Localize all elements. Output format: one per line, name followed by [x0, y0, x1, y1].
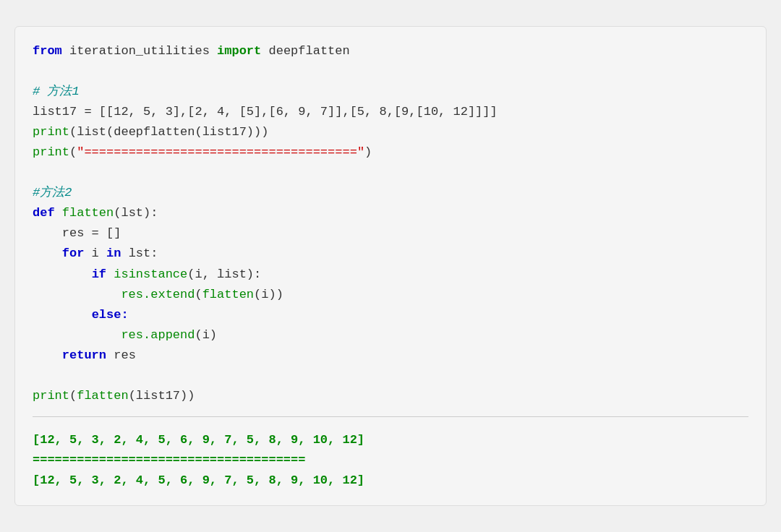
return-res: res	[106, 348, 136, 362]
keyword-return: return	[62, 348, 106, 362]
code-line-print1: print(list(deepflatten(list17)))	[33, 122, 748, 142]
print-paren-close: )	[364, 145, 372, 159]
print-paren-open: (	[69, 145, 77, 159]
comment-1: # 方法1	[33, 85, 80, 98]
code-line-if: if isinstance(i, list):	[33, 265, 748, 285]
empty-line-1	[33, 61, 748, 82]
module-name: iteration_utilities	[62, 44, 217, 58]
code-line-def: def flatten(lst):	[33, 203, 748, 223]
list17-assign: list17 = [[12, 5, 3],[2, 4, [5],[6, 9, 7…	[33, 105, 498, 119]
fn-flatten-call: flatten	[202, 288, 254, 301]
indent-for	[33, 246, 62, 260]
code-line-else: else:	[33, 305, 748, 325]
output-text-3: [12, 5, 3, 2, 4, 5, 6, 9, 7, 5, 8, 9, 10…	[33, 473, 364, 487]
indent-append	[33, 328, 121, 342]
output-line-2: =====================================	[33, 450, 748, 471]
import-name: deepflatten	[261, 44, 349, 58]
code-line-print3: print(flatten(list17))	[33, 386, 748, 406]
output-line-1: [12, 5, 3, 2, 4, 5, 6, 9, 7, 5, 8, 9, 10…	[33, 430, 748, 450]
code-container: from iteration_utilities import deepflat…	[14, 26, 767, 506]
fn-append: res.append	[121, 328, 195, 342]
print-flatten-close: (list17))	[129, 389, 195, 403]
output-text-1: [12, 5, 3, 2, 4, 5, 6, 9, 7, 5, 8, 9, 10…	[33, 433, 364, 447]
output-text-2: =====================================	[33, 453, 305, 467]
keyword-in: in	[106, 246, 121, 260]
fn-flatten-def: flatten	[55, 206, 114, 220]
code-line-return: return res	[33, 346, 748, 366]
keyword-from: from	[33, 44, 62, 58]
print-flatten-args: (	[69, 389, 77, 403]
code-line-list17: list17 = [[12, 5, 3],[2, 4, [5],[6, 9, 7…	[33, 102, 748, 122]
fn-extend: res.extend	[121, 288, 195, 301]
extend-open: (	[195, 288, 202, 301]
keyword-for: for	[62, 246, 85, 260]
indent-extend	[33, 288, 121, 301]
empty-line-3	[33, 366, 748, 386]
fn-print-2: print	[33, 145, 69, 159]
for-lst: lst:	[121, 246, 158, 260]
code-line-extend: res.extend(flatten(i))	[33, 285, 748, 305]
code-line-1: from iteration_utilities import deepflat…	[33, 41, 748, 61]
fn-flatten-call-2: flatten	[77, 389, 128, 403]
code-line-for: for i in lst:	[33, 244, 748, 264]
code-line-print2: print("=================================…	[33, 142, 748, 163]
indent-return	[33, 348, 62, 362]
res-assign: res = []	[33, 226, 121, 240]
print-args-1: (list(deepflatten(list17)))	[69, 125, 268, 139]
keyword-import: import	[217, 44, 261, 58]
keyword-def: def	[33, 206, 55, 220]
code-line-res: res = []	[33, 223, 748, 244]
code-line-append: res.append(i)	[33, 325, 748, 346]
divider	[33, 416, 748, 417]
for-var: i	[84, 246, 106, 260]
string-equals: "====================================="	[77, 145, 364, 159]
keyword-else: else:	[92, 308, 129, 322]
keyword-if: if	[92, 267, 106, 281]
fn-isinstance: isinstance	[106, 267, 187, 281]
extend-args: (i))	[254, 288, 283, 301]
fn-print-3: print	[33, 389, 69, 403]
append-args: (i)	[195, 328, 217, 342]
fn-print: print	[33, 125, 69, 139]
output-line-3: [12, 5, 3, 2, 4, 5, 6, 9, 7, 5, 8, 9, 10…	[33, 471, 748, 491]
indent-else	[33, 308, 92, 322]
def-args: (lst):	[114, 206, 158, 220]
isinstance-args: (i, list):	[187, 267, 261, 281]
code-line-comment2: #方法2	[33, 183, 748, 203]
comment-2: #方法2	[33, 186, 72, 200]
empty-line-2	[33, 163, 748, 183]
output-section: [12, 5, 3, 2, 4, 5, 6, 9, 7, 5, 8, 9, 10…	[33, 427, 748, 491]
indent-if	[33, 267, 92, 281]
code-line-comment1: # 方法1	[33, 82, 748, 102]
